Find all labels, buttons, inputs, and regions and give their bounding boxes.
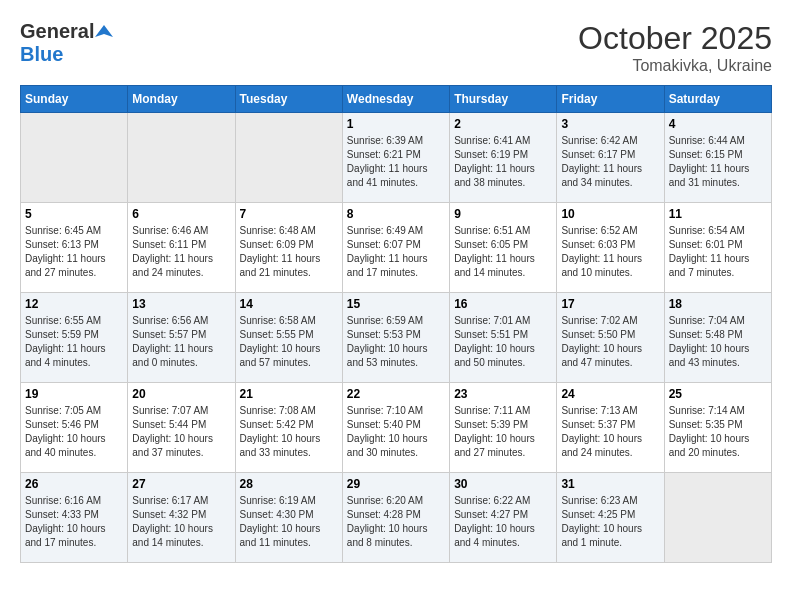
day-number: 3 (561, 117, 659, 131)
day-number: 27 (132, 477, 230, 491)
calendar-cell: 25Sunrise: 7:14 AM Sunset: 5:35 PM Dayli… (664, 383, 771, 473)
day-info: Sunrise: 7:05 AM Sunset: 5:46 PM Dayligh… (25, 404, 123, 460)
day-info: Sunrise: 6:55 AM Sunset: 5:59 PM Dayligh… (25, 314, 123, 370)
day-info: Sunrise: 6:54 AM Sunset: 6:01 PM Dayligh… (669, 224, 767, 280)
day-info: Sunrise: 6:49 AM Sunset: 6:07 PM Dayligh… (347, 224, 445, 280)
calendar-cell: 7Sunrise: 6:48 AM Sunset: 6:09 PM Daylig… (235, 203, 342, 293)
day-info: Sunrise: 7:02 AM Sunset: 5:50 PM Dayligh… (561, 314, 659, 370)
calendar-week-row: 19Sunrise: 7:05 AM Sunset: 5:46 PM Dayli… (21, 383, 772, 473)
day-info: Sunrise: 6:16 AM Sunset: 4:33 PM Dayligh… (25, 494, 123, 550)
calendar-week-row: 12Sunrise: 6:55 AM Sunset: 5:59 PM Dayli… (21, 293, 772, 383)
calendar-cell: 3Sunrise: 6:42 AM Sunset: 6:17 PM Daylig… (557, 113, 664, 203)
logo-blue: Blue (20, 43, 63, 65)
logo-general: General (20, 20, 94, 43)
calendar-cell: 29Sunrise: 6:20 AM Sunset: 4:28 PM Dayli… (342, 473, 449, 563)
weekday-header-row: SundayMondayTuesdayWednesdayThursdayFrid… (21, 86, 772, 113)
calendar-cell (21, 113, 128, 203)
weekday-header-monday: Monday (128, 86, 235, 113)
logo: General Blue (20, 20, 114, 66)
day-number: 1 (347, 117, 445, 131)
page-header: General Blue October 2025 Tomakivka, Ukr… (20, 20, 772, 75)
calendar-cell: 11Sunrise: 6:54 AM Sunset: 6:01 PM Dayli… (664, 203, 771, 293)
svg-marker-0 (95, 25, 113, 37)
calendar-table: SundayMondayTuesdayWednesdayThursdayFrid… (20, 85, 772, 563)
calendar-cell: 8Sunrise: 6:49 AM Sunset: 6:07 PM Daylig… (342, 203, 449, 293)
day-info: Sunrise: 6:44 AM Sunset: 6:15 PM Dayligh… (669, 134, 767, 190)
calendar-cell: 30Sunrise: 6:22 AM Sunset: 4:27 PM Dayli… (450, 473, 557, 563)
day-info: Sunrise: 6:42 AM Sunset: 6:17 PM Dayligh… (561, 134, 659, 190)
calendar-week-row: 1Sunrise: 6:39 AM Sunset: 6:21 PM Daylig… (21, 113, 772, 203)
day-number: 14 (240, 297, 338, 311)
calendar-cell: 24Sunrise: 7:13 AM Sunset: 5:37 PM Dayli… (557, 383, 664, 473)
weekday-header-sunday: Sunday (21, 86, 128, 113)
calendar-cell: 28Sunrise: 6:19 AM Sunset: 4:30 PM Dayli… (235, 473, 342, 563)
day-number: 30 (454, 477, 552, 491)
calendar-cell: 27Sunrise: 6:17 AM Sunset: 4:32 PM Dayli… (128, 473, 235, 563)
day-number: 23 (454, 387, 552, 401)
day-info: Sunrise: 6:56 AM Sunset: 5:57 PM Dayligh… (132, 314, 230, 370)
calendar-cell: 4Sunrise: 6:44 AM Sunset: 6:15 PM Daylig… (664, 113, 771, 203)
day-info: Sunrise: 6:59 AM Sunset: 5:53 PM Dayligh… (347, 314, 445, 370)
day-info: Sunrise: 7:10 AM Sunset: 5:40 PM Dayligh… (347, 404, 445, 460)
calendar-cell: 17Sunrise: 7:02 AM Sunset: 5:50 PM Dayli… (557, 293, 664, 383)
calendar-cell: 23Sunrise: 7:11 AM Sunset: 5:39 PM Dayli… (450, 383, 557, 473)
title-area: October 2025 Tomakivka, Ukraine (578, 20, 772, 75)
weekday-header-thursday: Thursday (450, 86, 557, 113)
calendar-cell (128, 113, 235, 203)
calendar-cell: 16Sunrise: 7:01 AM Sunset: 5:51 PM Dayli… (450, 293, 557, 383)
day-number: 31 (561, 477, 659, 491)
day-number: 20 (132, 387, 230, 401)
calendar-cell: 9Sunrise: 6:51 AM Sunset: 6:05 PM Daylig… (450, 203, 557, 293)
calendar-cell: 5Sunrise: 6:45 AM Sunset: 6:13 PM Daylig… (21, 203, 128, 293)
calendar-cell: 1Sunrise: 6:39 AM Sunset: 6:21 PM Daylig… (342, 113, 449, 203)
weekday-header-saturday: Saturday (664, 86, 771, 113)
day-number: 2 (454, 117, 552, 131)
calendar-cell (235, 113, 342, 203)
day-info: Sunrise: 7:14 AM Sunset: 5:35 PM Dayligh… (669, 404, 767, 460)
calendar-cell: 14Sunrise: 6:58 AM Sunset: 5:55 PM Dayli… (235, 293, 342, 383)
calendar-cell: 12Sunrise: 6:55 AM Sunset: 5:59 PM Dayli… (21, 293, 128, 383)
day-number: 28 (240, 477, 338, 491)
calendar-cell: 2Sunrise: 6:41 AM Sunset: 6:19 PM Daylig… (450, 113, 557, 203)
day-number: 22 (347, 387, 445, 401)
calendar-cell: 20Sunrise: 7:07 AM Sunset: 5:44 PM Dayli… (128, 383, 235, 473)
day-info: Sunrise: 7:04 AM Sunset: 5:48 PM Dayligh… (669, 314, 767, 370)
calendar-cell: 21Sunrise: 7:08 AM Sunset: 5:42 PM Dayli… (235, 383, 342, 473)
day-number: 9 (454, 207, 552, 221)
day-number: 29 (347, 477, 445, 491)
calendar-week-row: 5Sunrise: 6:45 AM Sunset: 6:13 PM Daylig… (21, 203, 772, 293)
weekday-header-tuesday: Tuesday (235, 86, 342, 113)
day-info: Sunrise: 6:46 AM Sunset: 6:11 PM Dayligh… (132, 224, 230, 280)
day-info: Sunrise: 6:58 AM Sunset: 5:55 PM Dayligh… (240, 314, 338, 370)
day-info: Sunrise: 6:17 AM Sunset: 4:32 PM Dayligh… (132, 494, 230, 550)
calendar-cell: 18Sunrise: 7:04 AM Sunset: 5:48 PM Dayli… (664, 293, 771, 383)
day-number: 11 (669, 207, 767, 221)
weekday-header-wednesday: Wednesday (342, 86, 449, 113)
day-number: 17 (561, 297, 659, 311)
day-number: 6 (132, 207, 230, 221)
calendar-week-row: 26Sunrise: 6:16 AM Sunset: 4:33 PM Dayli… (21, 473, 772, 563)
day-info: Sunrise: 7:01 AM Sunset: 5:51 PM Dayligh… (454, 314, 552, 370)
day-number: 15 (347, 297, 445, 311)
day-info: Sunrise: 6:52 AM Sunset: 6:03 PM Dayligh… (561, 224, 659, 280)
calendar-cell: 13Sunrise: 6:56 AM Sunset: 5:57 PM Dayli… (128, 293, 235, 383)
day-info: Sunrise: 6:39 AM Sunset: 6:21 PM Dayligh… (347, 134, 445, 190)
day-info: Sunrise: 6:19 AM Sunset: 4:30 PM Dayligh… (240, 494, 338, 550)
day-info: Sunrise: 6:51 AM Sunset: 6:05 PM Dayligh… (454, 224, 552, 280)
day-number: 4 (669, 117, 767, 131)
calendar-cell: 10Sunrise: 6:52 AM Sunset: 6:03 PM Dayli… (557, 203, 664, 293)
day-info: Sunrise: 7:08 AM Sunset: 5:42 PM Dayligh… (240, 404, 338, 460)
day-number: 5 (25, 207, 123, 221)
calendar-cell (664, 473, 771, 563)
day-info: Sunrise: 6:22 AM Sunset: 4:27 PM Dayligh… (454, 494, 552, 550)
day-number: 24 (561, 387, 659, 401)
day-number: 19 (25, 387, 123, 401)
day-info: Sunrise: 7:13 AM Sunset: 5:37 PM Dayligh… (561, 404, 659, 460)
logo-bird-icon (95, 23, 113, 41)
weekday-header-friday: Friday (557, 86, 664, 113)
calendar-cell: 22Sunrise: 7:10 AM Sunset: 5:40 PM Dayli… (342, 383, 449, 473)
day-number: 21 (240, 387, 338, 401)
day-number: 10 (561, 207, 659, 221)
calendar-cell: 15Sunrise: 6:59 AM Sunset: 5:53 PM Dayli… (342, 293, 449, 383)
day-info: Sunrise: 6:41 AM Sunset: 6:19 PM Dayligh… (454, 134, 552, 190)
